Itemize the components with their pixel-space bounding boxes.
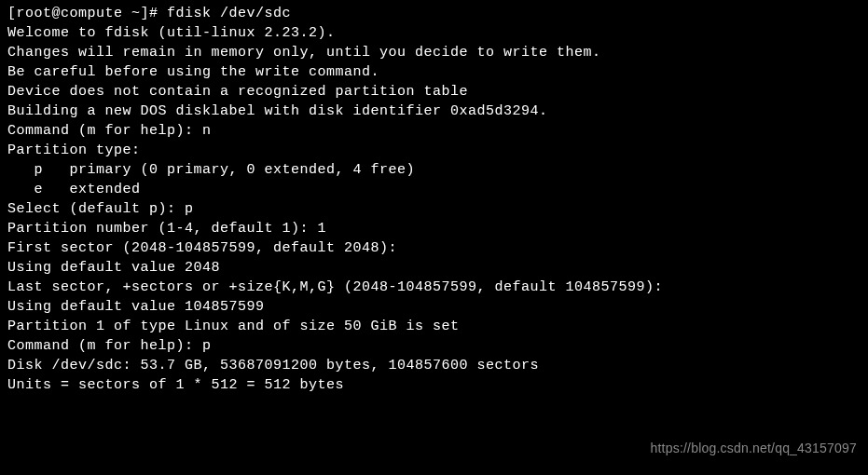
terminal-line: p primary (0 primary, 0 extended, 4 free…	[7, 160, 861, 180]
terminal-line: [root@compute ~]# fdisk /dev/sdc	[7, 4, 861, 23]
terminal-line: Device does not contain a recognized par…	[7, 82, 861, 102]
terminal-line: Disk /dev/sdc: 53.7 GB, 53687091200 byte…	[7, 356, 861, 375]
terminal-line: Using default value 2048	[7, 258, 861, 278]
terminal-line: First sector (2048-104857599, default 20…	[7, 238, 861, 258]
watermark-text: https://blog.csdn.net/qq_43157097	[651, 440, 857, 458]
terminal-line: Command (m for help): n	[7, 121, 861, 141]
terminal-line: Building a new DOS disklabel with disk i…	[7, 102, 861, 121]
terminal-output[interactable]: [root@compute ~]# fdisk /dev/sdc Welcome…	[7, 4, 861, 395]
terminal-line: Units = sectors of 1 * 512 = 512 bytes	[7, 375, 861, 395]
terminal-line: Select (default p): p	[7, 199, 861, 219]
terminal-line: Welcome to fdisk (util-linux 2.23.2).	[7, 23, 861, 43]
terminal-line: Command (m for help): p	[7, 336, 861, 356]
terminal-line: Be careful before using the write comman…	[7, 62, 861, 82]
terminal-line: Partition number (1-4, default 1): 1	[7, 219, 861, 238]
terminal-line: Changes will remain in memory only, unti…	[7, 43, 861, 62]
terminal-line: e extended	[7, 180, 861, 199]
terminal-line: Using default value 104857599	[7, 297, 861, 317]
terminal-line: Partition type:	[7, 141, 861, 160]
terminal-line: Last sector, +sectors or +size{K,M,G} (2…	[7, 278, 861, 297]
terminal-line: Partition 1 of type Linux and of size 50…	[7, 317, 861, 336]
